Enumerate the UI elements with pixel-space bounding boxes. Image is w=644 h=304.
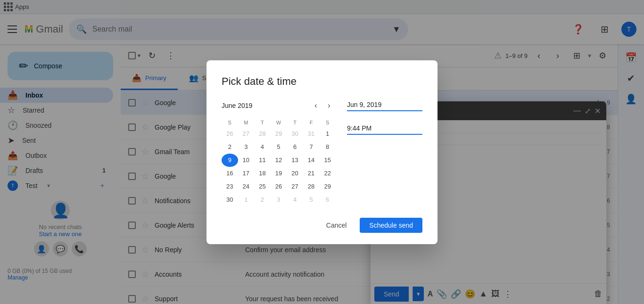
cal-header-m: M [238,118,255,127]
calendar-day[interactable]: 7 [303,140,320,154]
calendar-day[interactable]: 15 [319,154,336,167]
calendar-day[interactable]: 25 [254,180,271,193]
pick-date-time-modal: Pick date & time June 2019 ‹ › S M T W [206,60,438,244]
calendar-day[interactable]: 4 [254,140,271,154]
calendar-day[interactable]: 2 [222,140,238,154]
calendar-day[interactable]: 8 [319,140,336,154]
time-section [347,99,422,206]
cal-header-t1: T [254,118,271,127]
calendar-day[interactable]: 3 [238,140,255,154]
calendar-day[interactable]: 10 [238,154,255,167]
next-month-button[interactable]: › [322,99,336,112]
calendar-day[interactable]: 27 [287,180,303,193]
calendar-day[interactable]: 20 [287,167,303,180]
calendar-day[interactable]: 30 [222,193,238,206]
calendar-day[interactable]: 13 [287,154,303,167]
cal-header-t2: T [287,118,303,127]
calendar-nav: June 2019 ‹ › [222,99,336,112]
calendar-day[interactable]: 2 [254,193,271,206]
modal-overlay: Pick date & time June 2019 ‹ › S M T W [0,0,644,304]
prev-month-button[interactable]: ‹ [309,99,322,112]
time-input[interactable] [347,123,422,135]
calendar-day[interactable]: 12 [271,154,287,167]
calendar-day[interactable]: 1 [319,127,336,140]
calendar-day[interactable]: 14 [303,154,320,167]
calendar-day[interactable]: 31 [303,127,320,140]
calendar-day[interactable]: 28 [303,180,320,193]
calendar-day[interactable]: 1 [238,193,255,206]
calendar-day[interactable]: 27 [238,127,255,140]
calendar-day[interactable]: 4 [287,193,303,206]
calendar-day[interactable]: 29 [319,180,336,193]
modal-actions: Cancel Schedule send [222,218,422,233]
calendar-day[interactable]: 6 [319,193,336,206]
calendar-day[interactable]: 26 [222,127,238,140]
calendar-day[interactable]: 28 [254,127,271,140]
cal-header-s2: S [319,118,336,127]
calendar-day[interactable]: 17 [238,167,255,180]
calendar-month: June 2019 [222,102,309,109]
calendar-day[interactable]: 3 [271,193,287,206]
calendar-day[interactable]: 5 [271,140,287,154]
cal-header-s: S [222,118,238,127]
calendar-day[interactable]: 18 [254,167,271,180]
calendar-day[interactable]: 29 [271,127,287,140]
calendar-grid: S M T W T F S 26272829303112345678910111… [222,118,336,206]
calendar-day[interactable]: 19 [271,167,287,180]
calendar-day[interactable]: 26 [271,180,287,193]
calendar-day[interactable]: 30 [287,127,303,140]
calendar-day[interactable]: 9 [222,154,238,167]
calendar-day[interactable]: 5 [303,193,320,206]
calendar-day[interactable]: 21 [303,167,320,180]
modal-body: June 2019 ‹ › S M T W T F S [222,99,422,206]
calendar-day[interactable]: 11 [254,154,271,167]
calendar-day[interactable]: 16 [222,167,238,180]
schedule-send-button[interactable]: Schedule send [360,218,422,233]
cal-header-f: F [303,118,320,127]
calendar-day[interactable]: 6 [287,140,303,154]
calendar-day[interactable]: 22 [319,167,336,180]
calendar-day[interactable]: 23 [222,180,238,193]
cal-header-w: W [271,118,287,127]
calendar-day[interactable]: 24 [238,180,255,193]
cancel-button[interactable]: Cancel [317,218,356,233]
calendar-section: June 2019 ‹ › S M T W T F S [222,99,336,206]
date-input[interactable] [347,99,422,111]
modal-title: Pick date & time [222,75,422,88]
